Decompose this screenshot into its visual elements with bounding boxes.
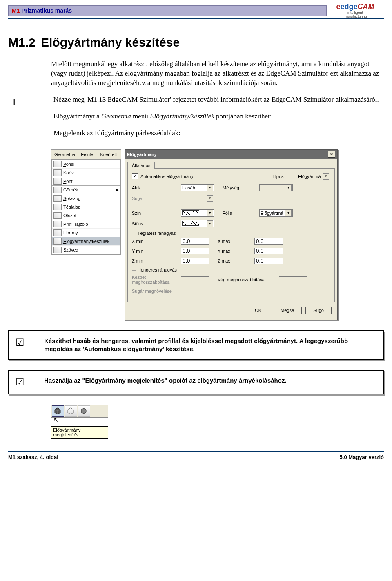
tip-text-2: Használja az "Előgyártmány megjelenítés"… bbox=[44, 376, 376, 388]
menu-item[interactable]: Vonal bbox=[52, 160, 120, 168]
menu-tab-kiteritett[interactable]: Kiterített bbox=[97, 151, 120, 158]
menu-item-icon bbox=[53, 204, 62, 210]
label-zmax: Z max bbox=[209, 258, 254, 263]
menu-tab-geometria[interactable]: Geometria bbox=[51, 151, 78, 158]
chevron-down-icon: ▾ bbox=[207, 220, 213, 227]
menu-item-icon bbox=[53, 221, 62, 227]
help-button[interactable]: Súgó bbox=[305, 307, 332, 314]
menu-item-icon bbox=[53, 195, 62, 202]
menu-item-label: Előgyártmány/készülék bbox=[63, 239, 109, 244]
menu-item-icon bbox=[53, 238, 62, 245]
chevron-down-icon: ▾ bbox=[207, 195, 213, 202]
label-melyseg: Mélység bbox=[214, 185, 259, 190]
label-zmin: Z min bbox=[132, 258, 181, 263]
menu-item-label: Téglalap bbox=[63, 205, 80, 209]
menu-item-label: Pont bbox=[63, 179, 73, 184]
menu-item-label: Szöveg bbox=[63, 247, 78, 252]
dialog-titlebar: Előgyártmány × bbox=[125, 150, 337, 159]
header-bar: M1 Prizmatikus marás eedgeCAM intelligen… bbox=[8, 2, 384, 19]
plus-paragraph: Nézze meg 'M1.13 EdgeCAM Szimulátor' fej… bbox=[53, 95, 384, 105]
paragraph-2: Előgyártmányt a Geometria menü Előgyártm… bbox=[53, 112, 384, 121]
input-ymin[interactable] bbox=[181, 248, 209, 254]
header-m1: M1 bbox=[12, 7, 20, 14]
menu-item[interactable]: Szöveg bbox=[52, 245, 120, 254]
stock-other-button[interactable] bbox=[78, 405, 90, 417]
auto-checkbox[interactable]: ✓ bbox=[132, 173, 138, 179]
chevron-down-icon: ▾ bbox=[323, 173, 329, 180]
cube-solid-icon bbox=[53, 407, 62, 414]
dialog-buttons: OK Mégse Súgó bbox=[127, 305, 335, 317]
auto-checkbox-label: Automatikus előgyártmány bbox=[140, 174, 194, 179]
group-hengeres: Hengeres ráhagyás bbox=[132, 267, 330, 272]
menu-item-icon bbox=[53, 229, 62, 236]
close-icon[interactable]: × bbox=[328, 151, 335, 158]
label-tipus: Típus bbox=[272, 174, 297, 179]
select-szin[interactable]: ▾ bbox=[181, 209, 214, 217]
ok-button[interactable]: OK bbox=[247, 307, 269, 314]
menu-item[interactable]: Horony bbox=[52, 228, 120, 237]
select-tipus[interactable]: Előgyártmá▾ bbox=[297, 173, 330, 180]
menu-item-icon bbox=[53, 187, 62, 193]
select-melyseg[interactable]: ▾ bbox=[259, 184, 293, 191]
select-sugar[interactable]: ▾ bbox=[181, 195, 214, 202]
menu-item-icon bbox=[53, 247, 62, 253]
input-ymax[interactable] bbox=[254, 248, 283, 254]
logo-sub2: manufacturing bbox=[327, 15, 384, 18]
cube-wire-icon bbox=[67, 407, 75, 414]
input-xmax[interactable] bbox=[254, 238, 283, 245]
geometria-menu: Geometria Felület Kiterített VonalKörívP… bbox=[51, 149, 121, 255]
label-folia: Fólia bbox=[214, 211, 259, 216]
label-xmax: X max bbox=[209, 239, 254, 244]
menu-item[interactable]: Pont bbox=[52, 177, 120, 185]
submenu-arrow-icon: ▶ bbox=[116, 188, 119, 192]
menu-item[interactable]: Előgyártmány/készülék bbox=[52, 237, 120, 245]
logo-edge: edge bbox=[341, 2, 358, 11]
check-icon: ☑ bbox=[16, 337, 44, 354]
input-xmin[interactable] bbox=[181, 238, 209, 245]
chevron-down-icon: ▾ bbox=[285, 185, 292, 191]
select-alak[interactable]: Hasáb▾ bbox=[181, 184, 214, 191]
section-number: M1.2 bbox=[8, 36, 41, 49]
menu-tab-felulet[interactable]: Felület bbox=[78, 151, 97, 158]
label-veg: Vég meghosszabbítása bbox=[209, 277, 279, 282]
menu-item[interactable]: Görbék▶ bbox=[52, 185, 120, 194]
cube-alt-icon bbox=[80, 407, 88, 414]
menu-ref-geometria: Geometria bbox=[101, 112, 131, 120]
stock-display-button[interactable] bbox=[52, 405, 64, 417]
input-zmax[interactable] bbox=[254, 258, 283, 264]
chevron-down-icon: ▾ bbox=[207, 185, 213, 191]
menu-item-label: Vonal bbox=[63, 162, 75, 167]
menu-item-icon bbox=[53, 212, 62, 219]
menu-ref-elogyartmany: Előgyártmány/készülék bbox=[150, 112, 214, 120]
menu-item-icon bbox=[53, 178, 62, 185]
label-sugar: Sugár bbox=[132, 196, 181, 201]
menu-item-label: Profil rajzoló bbox=[63, 222, 88, 227]
label-xmin: X min bbox=[132, 239, 181, 244]
input-veg bbox=[279, 276, 307, 283]
select-stilus[interactable]: ▾ bbox=[181, 220, 214, 227]
tooltip-stock-display: Előgyártmány megjelenítés bbox=[51, 426, 108, 439]
menu-item[interactable]: Sokszög bbox=[52, 194, 120, 203]
cursor-icon: ↖ bbox=[53, 416, 111, 424]
input-zmin[interactable] bbox=[181, 258, 209, 264]
svg-marker-2 bbox=[68, 408, 74, 414]
stock-wire-button[interactable] bbox=[65, 405, 77, 417]
label-szin: Szín bbox=[132, 211, 181, 216]
select-folia[interactable]: Előgyártmá▾ bbox=[259, 209, 293, 217]
check-icon: ☑ bbox=[16, 376, 44, 388]
elogyartmany-dialog: Előgyártmány × Általános ✓ Automatikus e… bbox=[125, 149, 338, 320]
label-alak: Alak bbox=[132, 185, 181, 190]
label-stilus: Stílus bbox=[132, 221, 181, 226]
menu-item[interactable]: Profil rajzoló bbox=[52, 220, 120, 228]
tab-altalanos[interactable]: Általános bbox=[127, 162, 155, 169]
menu-item-label: Görbék bbox=[63, 187, 78, 192]
menu-item[interactable]: Téglalap bbox=[52, 203, 120, 211]
menu-item[interactable]: Körív bbox=[52, 168, 120, 177]
paragraph-3: Megjelenik az Előgyártmány párbeszédabla… bbox=[53, 129, 384, 138]
menu-item-label: Ofszet bbox=[63, 213, 76, 218]
menu-item[interactable]: Ofszet bbox=[52, 211, 120, 220]
plus-icon: + bbox=[8, 95, 53, 145]
menu-item-label: Horony bbox=[63, 230, 78, 235]
label-ymax: Y max bbox=[209, 249, 254, 254]
cancel-button[interactable]: Mégse bbox=[273, 307, 302, 314]
